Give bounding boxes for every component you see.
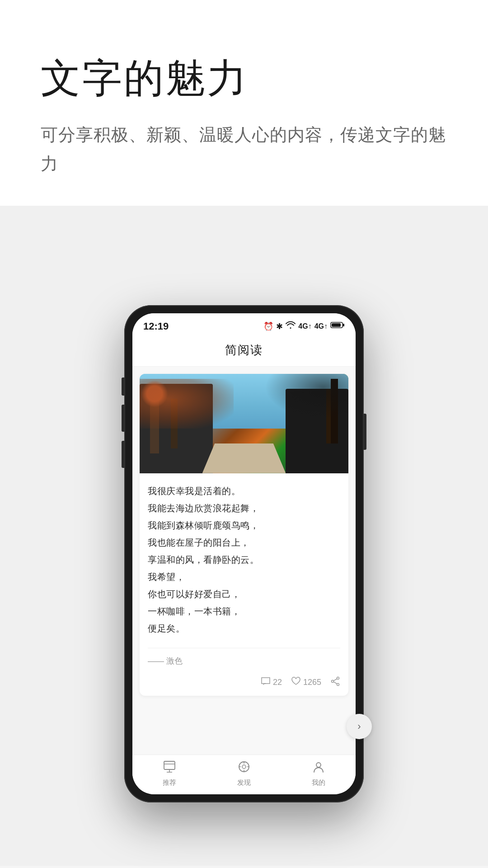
nav-item-mine[interactable]: 我的	[312, 760, 325, 787]
comment-icon	[261, 677, 271, 688]
mine-icon	[312, 760, 325, 776]
recommend-icon	[163, 760, 176, 776]
signal2-icon: 4G↑	[314, 322, 328, 330]
app-header: 简阅读	[132, 336, 356, 367]
poem-line-6: 我希望，	[148, 568, 340, 585]
status-icons: ⏰ ✱ 4G↑ 4G↑	[263, 321, 345, 331]
phone-container: › 12:19 ⏰ ✱ 4G↑ 4G↑	[0, 206, 488, 866]
share-action[interactable]	[330, 676, 340, 689]
nav-item-discover[interactable]: 发现	[237, 760, 251, 787]
share-icon	[330, 676, 340, 689]
phone-side-btn-1	[122, 377, 124, 396]
svg-point-16	[316, 763, 321, 767]
next-btn-container: ›	[347, 714, 372, 739]
bottom-nav: 推荐 发现	[132, 755, 356, 794]
like-count: 1265	[303, 678, 321, 687]
article-card[interactable]: 我很庆幸我是活着的。 我能去海边欣赏浪花起舞， 我能到森林倾听鹿颂鸟鸣， 我也能…	[140, 374, 348, 696]
poem-line-3: 我能到森林倾听鹿颂鸟鸣，	[148, 517, 340, 534]
discover-icon	[238, 760, 250, 776]
app-title-text: 简阅读	[225, 343, 263, 357]
nav-item-recommend[interactable]: 推荐	[163, 760, 176, 787]
wifi-icon	[286, 321, 296, 331]
svg-rect-1	[343, 324, 344, 326]
top-section: 文字的魅力 可分享积极、新颖、温暖人心的内容，传递文字的魅力	[0, 0, 488, 206]
article-image	[140, 374, 348, 473]
mine-label: 我的	[312, 778, 325, 787]
poem-line-1: 我很庆幸我是活着的。	[148, 482, 340, 500]
poem-line-7: 你也可以好好爱自己，	[148, 585, 340, 603]
comment-count: 22	[273, 678, 282, 687]
like-action[interactable]: 1265	[291, 677, 321, 688]
recommend-label: 推荐	[163, 778, 176, 787]
phone-mockup: › 12:19 ⏰ ✱ 4G↑ 4G↑	[124, 305, 364, 802]
subtitle: 可分享积极、新颖、温暖人心的内容，传递文字的魅力	[41, 120, 447, 179]
phone-side-btn-3	[122, 441, 124, 468]
main-title: 文字的魅力	[41, 54, 447, 102]
svg-point-3	[337, 677, 339, 679]
status-bar: 12:19 ⏰ ✱ 4G↑ 4G↑	[132, 313, 356, 336]
bluetooth-icon: ✱	[276, 321, 283, 331]
article-content: 我很庆幸我是活着的。 我能去海边欣赏浪花起舞， 我能到森林倾听鹿颂鸟鸣， 我也能…	[140, 473, 348, 670]
status-time: 12:19	[143, 321, 169, 332]
poem-line-9: 便足矣。	[148, 620, 340, 637]
alarm-icon: ⏰	[263, 321, 273, 331]
heart-icon	[291, 677, 301, 688]
poem-line-4: 我也能在屋子的阳台上，	[148, 534, 340, 551]
next-button[interactable]: ›	[347, 714, 372, 739]
phone-side-btn-right	[364, 414, 366, 450]
content-area[interactable]: 我很庆幸我是活着的。 我能去海边欣赏浪花起舞， 我能到森林倾听鹿颂鸟鸣， 我也能…	[132, 367, 356, 755]
poem-text: 我很庆幸我是活着的。 我能去海边欣赏浪花起舞， 我能到森林倾听鹿颂鸟鸣， 我也能…	[148, 482, 340, 637]
phone-inner: 12:19 ⏰ ✱ 4G↑ 4G↑	[132, 313, 356, 794]
signal-icon: 4G↑	[298, 322, 311, 330]
poem-author: —— 激色	[148, 648, 340, 670]
svg-rect-2	[332, 323, 341, 327]
svg-point-4	[337, 683, 339, 685]
svg-rect-6	[164, 761, 175, 769]
poem-line-5: 享温和的风，看静卧的云。	[148, 551, 340, 568]
poem-line-8: 一杯咖啡，一本书籍，	[148, 603, 340, 620]
phone-side-btn-2	[122, 405, 124, 432]
poem-line-2: 我能去海边欣赏浪花起舞，	[148, 500, 340, 517]
battery-icon	[330, 321, 345, 331]
article-footer: 22 1265	[140, 670, 348, 696]
svg-point-11	[242, 765, 246, 769]
discover-label: 发现	[237, 778, 251, 787]
svg-point-5	[332, 680, 334, 682]
comment-action[interactable]: 22	[261, 677, 282, 688]
